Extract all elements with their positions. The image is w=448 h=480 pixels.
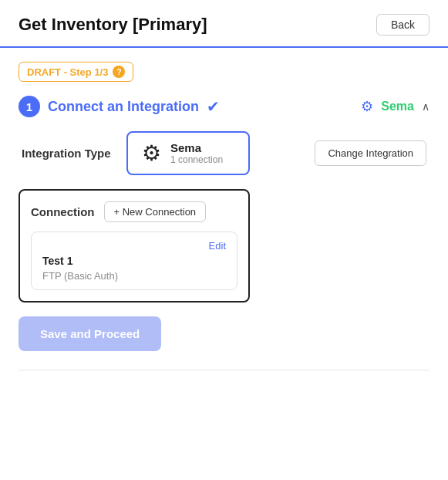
connection-title: Connection [31, 205, 95, 218]
integration-type-row: Integration Type ⚙ Sema 1 connection Cha… [19, 131, 429, 175]
connection-item: Edit Test 1 FTP (Basic Auth) [31, 232, 237, 290]
connection-box: Connection + New Connection Edit Test 1 … [19, 189, 250, 303]
connection-item-name: Test 1 [42, 255, 226, 267]
body: DRAFT - Step 1/3 ? 1 Connect an Integrat… [0, 48, 448, 370]
connection-item-header: Edit [42, 240, 226, 252]
step-number: 1 [19, 96, 40, 117]
chevron-up-icon[interactable]: ∧ [422, 100, 429, 113]
sema-label: Sema [381, 100, 414, 113]
integration-type-label: Integration Type [22, 147, 114, 160]
edit-link[interactable]: Edit [209, 240, 226, 252]
integration-card-count: 1 connection [170, 154, 223, 165]
help-icon[interactable]: ? [113, 66, 125, 78]
integration-card: ⚙ Sema 1 connection [126, 131, 250, 175]
new-connection-button[interactable]: + New Connection [104, 201, 207, 222]
integration-card-text: Sema 1 connection [170, 141, 223, 165]
change-integration-button[interactable]: Change Integration [315, 140, 426, 166]
section-title: Connect an Integration [48, 99, 199, 115]
connection-item-type: FTP (Basic Auth) [42, 270, 226, 282]
integration-gears-icon: ⚙ [142, 140, 161, 166]
back-button[interactable]: Back [376, 14, 429, 35]
bottom-divider [19, 370, 429, 370]
page-container: Get Inventory [Primary] Back DRAFT - Ste… [0, 0, 448, 480]
check-icon: ✔ [207, 97, 220, 116]
page-title: Get Inventory [Primary] [19, 15, 207, 35]
connection-header: Connection + New Connection [31, 201, 237, 222]
section-header: 1 Connect an Integration ✔ ⚙ Sema ∧ [19, 96, 429, 117]
integration-card-name: Sema [170, 141, 223, 154]
draft-badge-text: DRAFT - Step 1/3 [27, 66, 108, 78]
save-and-proceed-button[interactable]: Save and Proceed [19, 316, 161, 351]
header: Get Inventory [Primary] Back [0, 0, 448, 48]
gear-icon[interactable]: ⚙ [361, 98, 373, 115]
draft-badge: DRAFT - Step 1/3 ? [19, 62, 133, 82]
